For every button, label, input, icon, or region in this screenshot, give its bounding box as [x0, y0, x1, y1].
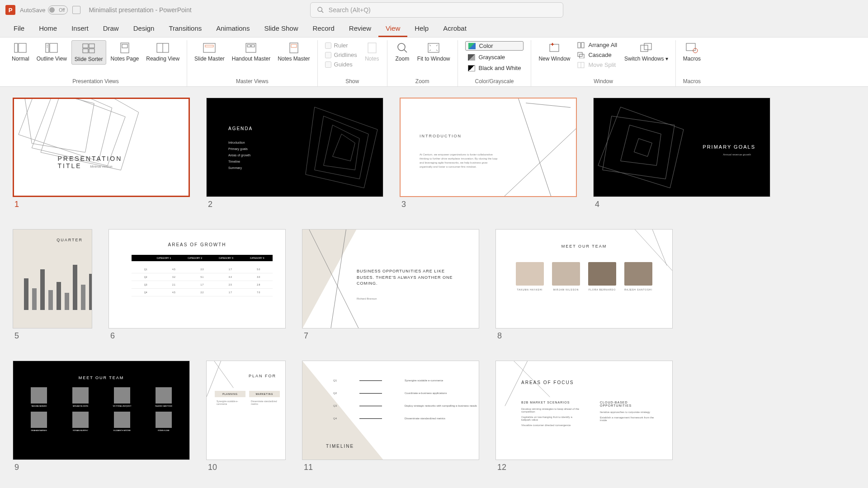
slide-number: 9 — [13, 463, 190, 472]
notes-page-button[interactable]: Notes Page — [108, 40, 142, 64]
slide-number: 5 — [13, 331, 92, 341]
agenda-items: IntroductionPrimary goalsAreas of growth… — [228, 140, 250, 171]
focus-columns: B2B MARKET SCENARIOSDevelop winning stra… — [521, 401, 659, 427]
svg-marker-40 — [23, 99, 94, 152]
zoom-button[interactable]: Zoom — [392, 40, 413, 64]
svg-rect-38 — [686, 43, 695, 51]
fit-to-window-button[interactable]: Fit to Window — [415, 40, 453, 64]
toggle-switch[interactable]: Off — [48, 5, 68, 14]
tab-help[interactable]: Help — [407, 21, 436, 37]
svg-rect-2 — [14, 43, 18, 52]
svg-rect-27 — [550, 44, 559, 52]
svg-rect-31 — [581, 42, 584, 48]
slide-title: MEET OUR TEAM — [79, 375, 124, 380]
svg-point-24 — [398, 43, 405, 51]
svg-line-49 — [499, 125, 576, 197]
titlebar: P AutoSave Off Minimalist presentation -… — [0, 0, 868, 20]
table-header: CATEGORY 1CATEGORY 2CATEGORY 3CATEGORY 4 — [132, 255, 273, 261]
slide-thumb[interactable]: PRIMARY GOALS Annual revenue growth 4 — [593, 98, 770, 209]
menu-tabs: File Home Insert Draw Design Transitions… — [0, 20, 868, 37]
slide-thumb[interactable]: PLAN FOR PLANNINGSynergize scalable e-co… — [206, 361, 286, 472]
notes-master-button[interactable]: Notes Master — [275, 40, 312, 64]
slide-body: At Centum, we empower organizations to f… — [420, 153, 501, 169]
slide-thumb[interactable]: AREAS OF FOCUS B2B MARKET SCENARIOSDevel… — [495, 361, 673, 472]
tab-transitions[interactable]: Transitions — [161, 21, 209, 37]
slide-sorter-button[interactable]: Slide Sorter — [71, 40, 106, 65]
svg-rect-19 — [247, 45, 250, 47]
timeline-items: Q1Synergize scalable e-commerce Q2Coordi… — [333, 379, 477, 430]
svg-rect-22 — [291, 44, 297, 47]
slide-quote: BUSINESS OPPORTUNITIES ARE LIKE BUSES. T… — [357, 268, 461, 287]
cascade-button[interactable]: Cascade — [576, 51, 619, 59]
slide-title: PLAN FOR — [249, 374, 276, 378]
tab-record[interactable]: Record — [305, 21, 341, 37]
slide-thumb[interactable]: AGENDA IntroductionPrimary goalsAreas of… — [206, 98, 383, 209]
slide-sorter[interactable]: PRESENTATION TITLE Minimal Version 1 AGE… — [0, 87, 868, 488]
macros-button[interactable]: Macros — [680, 40, 703, 64]
search-input[interactable]: Search (Alt+Q) — [310, 2, 563, 18]
reading-view-button[interactable]: Reading View — [143, 40, 182, 64]
slide-title: TIMELINE — [326, 444, 354, 449]
slide-thumb[interactable]: QUARTER 5 — [13, 229, 92, 341]
slide-master-button[interactable]: Slide Master — [192, 40, 227, 64]
slide-thumb[interactable]: PRESENTATION TITLE Minimal Version 1 — [13, 98, 190, 209]
grayscale-option[interactable]: Grayscale — [465, 53, 524, 61]
slide-title: INTRODUCTION — [420, 134, 462, 138]
tab-draw[interactable]: Draw — [96, 21, 126, 37]
slide-title: PRIMARY GOALS — [703, 144, 755, 150]
tab-view[interactable]: View — [378, 21, 407, 37]
autosave-label: AutoSave — [20, 7, 45, 14]
color-option[interactable]: Color — [465, 41, 524, 51]
tab-acrobat[interactable]: Acrobat — [436, 21, 474, 37]
svg-rect-17 — [205, 45, 213, 47]
tab-review[interactable]: Review — [342, 21, 378, 37]
svg-marker-45 — [306, 107, 377, 188]
slide-thumb[interactable]: Q1Synergize scalable e-commerce Q2Coordi… — [302, 361, 479, 472]
group-zoom: Zoom Fit to Window Zoom — [387, 40, 458, 86]
gridlines-checkbox[interactable]: Gridlines — [325, 52, 357, 58]
svg-marker-53 — [621, 125, 661, 166]
svg-rect-23 — [368, 43, 376, 53]
slide-thumb[interactable]: INTRODUCTION At Centum, we empower organ… — [400, 98, 577, 209]
handout-master-button[interactable]: Handout Master — [229, 40, 273, 64]
svg-rect-16 — [203, 43, 215, 52]
normal-button[interactable]: Normal — [9, 40, 32, 64]
team-members: TAKUMA HAYASHI MIRJAM NILSSON FLORA BERN… — [516, 262, 652, 291]
svg-marker-41 — [19, 99, 112, 161]
tab-design[interactable]: Design — [126, 21, 162, 37]
group-label: Color/Grayscale — [475, 76, 514, 86]
tab-insert[interactable]: Insert — [64, 21, 96, 37]
tab-slideshow[interactable]: Slide Show — [257, 21, 305, 37]
notes-button: Notes — [362, 40, 382, 64]
ruler-checkbox[interactable]: Ruler — [325, 42, 357, 49]
group-label: Master Views — [236, 76, 269, 86]
tab-animations[interactable]: Animations — [209, 21, 257, 37]
slide-thumb[interactable]: MEET OUR TEAM TAKUMA HAYASHI MIRJAM NILS… — [13, 361, 190, 472]
group-label: Zoom — [415, 76, 429, 86]
save-icon[interactable] — [72, 6, 80, 14]
guides-checkbox[interactable]: Guides — [325, 61, 357, 68]
slide-thumb[interactable]: AREAS OF GROWTH CATEGORY 1CATEGORY 2CATE… — [108, 229, 286, 341]
slide-thumb[interactable]: BUSINESS OPPORTUNITIES ARE LIKE BUSES. T… — [302, 229, 479, 341]
tab-home[interactable]: Home — [32, 21, 64, 37]
outline-view-button[interactable]: Outline View — [34, 40, 70, 64]
tab-file[interactable]: File — [6, 21, 32, 37]
slide-thumb[interactable]: MEET OUR TEAM TAKUMA HAYASHI MIRJAM NILS… — [495, 229, 673, 341]
svg-rect-5 — [50, 43, 57, 52]
new-window-button[interactable]: New Window — [536, 40, 573, 64]
slide-number: 11 — [302, 463, 479, 472]
arrange-all-button[interactable]: Arrange All — [576, 41, 619, 49]
slide-title: AREAS OF FOCUS — [521, 380, 574, 385]
team-grid: TAKUMA HAYASHI MIRJAM NILSSON VICTORIA L… — [24, 387, 179, 432]
switch-windows-button[interactable]: Switch Windows ▾ — [622, 40, 671, 64]
search-icon — [317, 6, 324, 14]
autosave-toggle[interactable]: AutoSave Off — [20, 5, 68, 14]
svg-rect-10 — [83, 49, 88, 53]
group-color-grayscale: Color Grayscale Black and White Color/Gr… — [458, 40, 532, 86]
powerpoint-icon: P — [5, 5, 15, 15]
svg-marker-55 — [302, 230, 356, 328]
black-white-option[interactable]: Black and White — [465, 64, 524, 72]
svg-rect-30 — [578, 42, 580, 48]
slide-number: 2 — [206, 200, 383, 209]
svg-rect-9 — [89, 44, 94, 48]
